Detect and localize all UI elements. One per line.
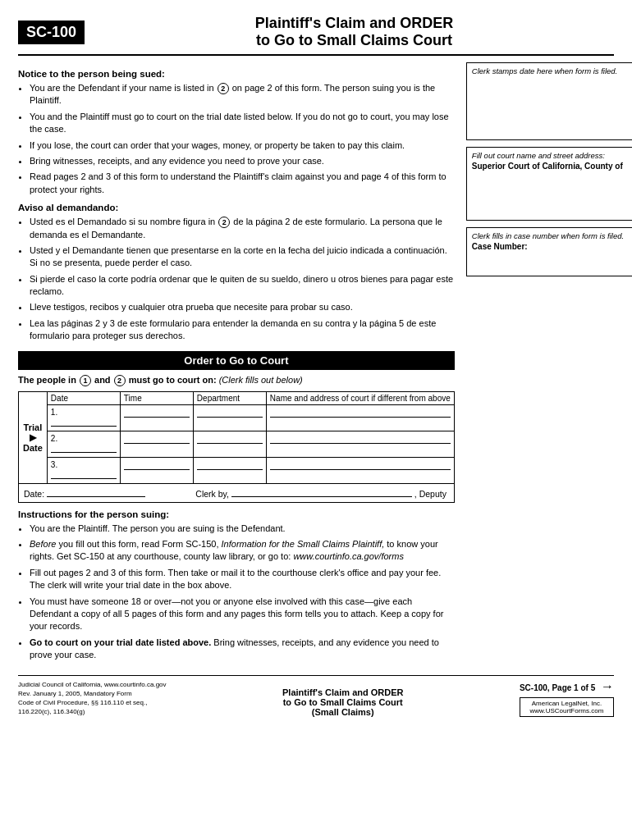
col-dept-header: Department <box>193 391 266 404</box>
notice-es-item-5: Lea las páginas 2 y 3 de este formulario… <box>30 317 455 343</box>
trial-row-2-num: 2. <box>47 431 120 457</box>
trial-row-1-num: 1. <box>47 404 120 431</box>
header-title-line2: to Go to Small Claims Court <box>256 32 452 48</box>
footer-line2: Rev. January 1, 2005, Mandatory Form <box>18 689 167 698</box>
trial-row-2-date[interactable] <box>51 443 117 453</box>
order-banner: Order to Go to Court <box>18 351 455 370</box>
footer-page: SC-100, Page 1 of 5 → <box>520 679 614 694</box>
clerk-by-label: Clerk by, <box>195 489 229 499</box>
stamp-box: Clerk stamps date here when form is file… <box>466 62 632 140</box>
notice-es-list: Usted es el Demandado si su nombre figur… <box>30 216 455 343</box>
legalnet-line2: www.USCourtForms.com <box>524 707 610 714</box>
notice-es-item-4: Lleve testigos, recibos y cualquier otra… <box>30 301 455 313</box>
legalnet-line1: American LegalNet, Inc. <box>524 700 610 707</box>
header-title-line1: Plaintiff's Claim and ORDER <box>255 15 453 31</box>
footer-center-line3: (Small Claims) <box>282 707 403 717</box>
notice-en-title: Notice to the person being sued: <box>18 69 455 79</box>
col-name-header: Name and address of court if different f… <box>266 391 454 404</box>
trial-row-3-court <box>266 457 454 483</box>
people-line: The people in 1 and 2 must go to court o… <box>18 375 455 386</box>
col-date-header: Date <box>47 391 120 404</box>
instr-item-1: You are the Plaintiff. The person you ar… <box>30 523 455 535</box>
instr-item-5: Go to court on your trial date listed ab… <box>30 637 455 662</box>
stamp-label: Clerk stamps date here when form is file… <box>472 66 632 75</box>
header-title: Plaintiff's Claim and ORDER to Go to Sma… <box>94 15 614 49</box>
footer-line1: Judicial Council of California, www.cour… <box>18 680 167 689</box>
footer-right: SC-100, Page 1 of 5 → American LegalNet,… <box>520 679 614 717</box>
date-label: Date: <box>24 489 44 499</box>
footer-center: Plaintiff's Claim and ORDER to Go to Sma… <box>282 687 403 717</box>
instr-item-5-bold: Go to court on your trial date listed ab… <box>30 637 211 647</box>
case-number-label-top: Clerk fills in case number when form is … <box>472 231 632 240</box>
trial-header-row: Trial ▶ Date Date Time Department Name a… <box>19 391 455 404</box>
notice-en-item-3: If you lose, the court can order that yo… <box>30 139 455 152</box>
instr-item-4: You must have someone 18 or over—not you… <box>30 596 455 633</box>
trial-row-1-court-input[interactable] <box>270 408 451 418</box>
case-number-box: Clerk fills in case number when form is … <box>466 227 632 276</box>
notice-es-item-1: Usted es el Demandado si su nombre figur… <box>30 216 455 241</box>
col-time-header: Time <box>120 391 193 404</box>
date-field[interactable] <box>47 487 145 497</box>
main-layout: Notice to the person being sued: You are… <box>18 62 614 667</box>
clerk-field[interactable] <box>231 487 412 497</box>
case-number-label: Case Number: <box>472 242 632 251</box>
trial-row-1-date[interactable] <box>51 417 117 427</box>
circle-2-notice: 2 <box>218 83 229 94</box>
notice-en-item-5: Read pages 2 and 3 of this form to under… <box>30 171 455 196</box>
footer-line3: Code of Civil Procedure, §§ 116.110 et s… <box>18 698 167 707</box>
info-em: Information for the Small Claims Plainti… <box>222 539 385 549</box>
trial-row-3-court-input[interactable] <box>270 460 451 470</box>
page: SC-100 Plaintiff's Claim and ORDER to Go… <box>0 0 632 840</box>
circle-2: 2 <box>114 375 126 386</box>
circle-1: 1 <box>80 375 91 386</box>
trial-row-1-dept <box>193 404 266 431</box>
notice-es-item-2: Usted y el Demandante tienen que present… <box>30 244 455 270</box>
date-clerk-row: Date: Clerk by, , Deputy <box>19 483 455 502</box>
court-name-box: Fill out court name and street address: … <box>466 147 632 221</box>
trial-row-2-time <box>120 431 193 457</box>
trial-row-2-time-input[interactable] <box>124 434 190 444</box>
right-column: Clerk stamps date here when form is file… <box>466 62 632 667</box>
trial-row-3-date[interactable] <box>51 469 117 479</box>
instr-item-3: Fill out pages 2 and 3 of this form. The… <box>30 567 455 592</box>
footer-left: Judicial Council of California, www.cour… <box>18 680 167 717</box>
trial-row-1-court <box>266 404 454 431</box>
notice-es-title: Aviso al demandando: <box>18 203 455 212</box>
footer-center-line2: to Go to Small Claims Court <box>282 697 403 707</box>
court-name-label: Fill out court name and street address: <box>472 151 632 160</box>
instructions-title: Instructions for the person suing: <box>18 509 455 519</box>
footer-center-line1: Plaintiff's Claim and ORDER <box>282 687 403 697</box>
notice-en-item-4: Bring witnesses, receipts, and any evide… <box>30 155 455 167</box>
trial-row-1-time-input[interactable] <box>124 408 190 418</box>
header: SC-100 Plaintiff's Claim and ORDER to Go… <box>18 15 614 56</box>
legalnet-box: American LegalNet, Inc. www.USCourtForms… <box>520 697 614 717</box>
deputy-label: , Deputy <box>414 489 447 499</box>
before-em: Before <box>30 539 56 549</box>
notice-en-item-2: You and the Plaintiff must go to court o… <box>30 111 455 136</box>
trial-row-3: 3. <box>19 457 455 483</box>
court-name-value: Superior Court of California, County of <box>472 162 632 171</box>
instructions-list: You are the Plaintiff. The person you ar… <box>30 523 455 662</box>
trial-row-2: 2. <box>19 431 455 457</box>
notice-es-item-3: Si pierde el caso la corte podría ordena… <box>30 273 455 299</box>
date-clerk-cell: Date: Clerk by, , Deputy <box>19 483 455 502</box>
left-column: Notice to the person being sued: You are… <box>18 62 455 667</box>
trial-row-3-time-input[interactable] <box>124 460 190 470</box>
trial-row-2-dept <box>193 431 266 457</box>
trial-row-3-dept <box>193 457 266 483</box>
trial-row-3-dept-input[interactable] <box>197 460 263 470</box>
notice-en-item-1: You are the Defendant if your name is li… <box>30 82 455 107</box>
trial-table: Trial ▶ Date Date Time Department Name a… <box>18 391 455 503</box>
notice-en-list: You are the Defendant if your name is li… <box>30 82 455 196</box>
trial-row-1-time <box>120 404 193 431</box>
trial-row-2-dept-input[interactable] <box>197 434 263 444</box>
trial-row-1: 1. <box>19 404 455 431</box>
trial-row-2-court-input[interactable] <box>270 434 451 444</box>
trial-row-3-num: 3. <box>47 457 120 483</box>
footer-page-text: SC-100, Page 1 of 5 <box>520 683 595 692</box>
trial-row-1-dept-input[interactable] <box>197 408 263 418</box>
people-line-text: The people in 1 and 2 must go to court o… <box>18 375 217 385</box>
trial-row-3-time <box>120 457 193 483</box>
footer: Judicial Council of California, www.cour… <box>18 675 614 717</box>
form-id: SC-100 <box>18 21 85 44</box>
